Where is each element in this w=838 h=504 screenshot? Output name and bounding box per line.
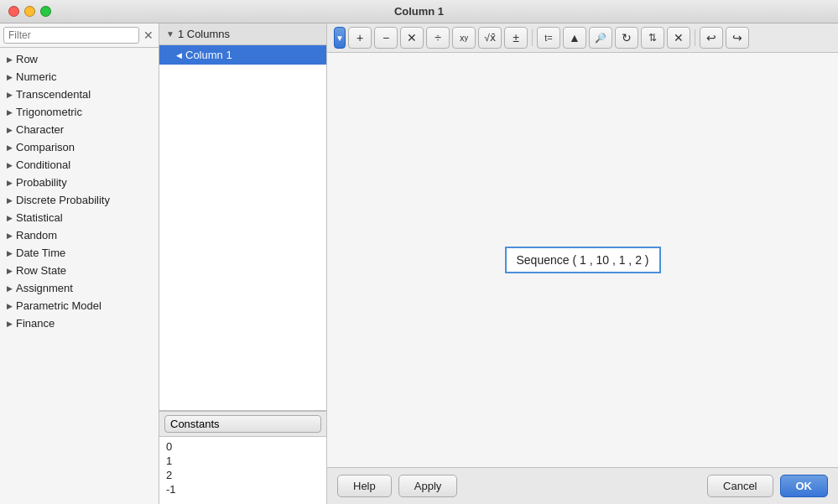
category-arrow: ▶ <box>7 267 13 275</box>
toolbar-dropdown-arrow[interactable]: ▼ <box>334 27 346 49</box>
category-arrow: ▶ <box>7 161 13 169</box>
category-label: Numeric <box>16 70 56 83</box>
refresh-button[interactable]: ↻ <box>615 27 638 49</box>
category-arrow: ▶ <box>7 302 13 310</box>
divide-button[interactable]: ÷ <box>426 27 450 49</box>
toolbar: ▼ + − ✕ ÷ xy √x̄ ± t= ▲ 🔎 ↻ ⇅ ✕ ↩ ↪ <box>327 23 838 53</box>
category-arrow: ▶ <box>7 320 13 328</box>
category-arrow: ▶ <box>7 179 13 187</box>
category-item[interactable]: ▶Row <box>0 50 159 68</box>
category-item[interactable]: ▶Row State <box>0 262 159 279</box>
category-label: Parametric Model <box>16 299 101 312</box>
add-button[interactable]: + <box>348 27 372 49</box>
category-item[interactable]: ▶Finance <box>0 314 159 332</box>
category-item[interactable]: ▶Discrete Probability <box>0 191 159 209</box>
toolbar-separator-2 <box>695 29 695 46</box>
power-button[interactable]: xy <box>452 27 476 49</box>
constants-section: Constants 012-1 <box>159 411 326 504</box>
category-list: ▶Row▶Numeric▶Transcendental▶Trigonometri… <box>0 48 159 504</box>
constants-list-item[interactable]: 0 <box>166 439 320 454</box>
close-button[interactable] <box>8 6 19 17</box>
plusminus-button[interactable]: ± <box>504 27 528 49</box>
filter-input[interactable] <box>3 27 139 44</box>
category-label: Random <box>16 229 57 242</box>
expression-canvas[interactable]: Sequence ( 1 , 10 , 1 , 2 ) <box>327 53 838 467</box>
category-item[interactable]: ▶Assignment <box>0 279 159 297</box>
category-arrow: ▶ <box>7 249 13 257</box>
category-arrow: ▶ <box>7 73 13 81</box>
clear-button[interactable]: ✕ <box>667 27 690 49</box>
apply-button[interactable]: Apply <box>398 475 458 497</box>
tequal-button[interactable]: t= <box>537 27 560 49</box>
category-label: Row <box>16 53 38 65</box>
category-item[interactable]: ▶Comparison <box>0 138 159 156</box>
category-label: Date Time <box>16 247 65 259</box>
category-arrow: ▶ <box>7 55 13 64</box>
category-label: Probability <box>16 176 67 189</box>
category-arrow: ▶ <box>7 108 13 117</box>
undo-button[interactable]: ↩ <box>700 27 723 49</box>
title-bar: Column 1 <box>0 0 838 23</box>
help-button[interactable]: Help <box>337 475 392 497</box>
subtract-button[interactable]: − <box>374 27 398 49</box>
up-button[interactable]: ▲ <box>563 27 586 49</box>
category-item[interactable]: ▶Character <box>0 121 159 138</box>
minimize-button[interactable] <box>24 6 35 17</box>
columns-header: ▼ 1 Columns <box>159 23 326 45</box>
bottom-bar: Help Apply Cancel OK <box>327 467 838 504</box>
constants-list: 012-1 <box>159 437 326 504</box>
sort-button[interactable]: ⇅ <box>641 27 664 49</box>
search-button[interactable]: 🔎 <box>589 27 612 49</box>
window-title: Column 1 <box>394 5 444 18</box>
category-item[interactable]: ▶Random <box>0 226 159 244</box>
constants-list-item[interactable]: 1 <box>166 454 320 468</box>
category-item[interactable]: ▶Probability <box>0 174 159 191</box>
category-label: Conditional <box>16 158 70 171</box>
category-label: Finance <box>16 317 55 330</box>
category-label: Character <box>16 123 64 136</box>
category-arrow: ▶ <box>7 126 13 134</box>
category-label: Transcendental <box>16 88 91 101</box>
category-arrow: ▶ <box>7 143 13 152</box>
left-panel: ✕ ▶Row▶Numeric▶Transcendental▶Trigonomet… <box>0 23 159 504</box>
category-item[interactable]: ▶Date Time <box>0 244 159 262</box>
category-label: Discrete Probability <box>16 194 110 206</box>
category-arrow: ▶ <box>7 196 13 205</box>
maximize-button[interactable] <box>40 6 51 17</box>
expression-box: Sequence ( 1 , 10 , 1 , 2 ) <box>505 247 661 273</box>
category-item[interactable]: ▶Parametric Model <box>0 297 159 314</box>
middle-panel: ▼ 1 Columns ◀ Column 1 Constants 012-1 <box>159 23 327 504</box>
category-arrow: ▶ <box>7 214 13 222</box>
category-arrow: ▶ <box>7 91 13 99</box>
column-tree-label: Column 1 <box>185 49 232 61</box>
constants-list-item[interactable]: 2 <box>166 468 320 482</box>
filter-bar: ✕ <box>0 23 159 48</box>
category-arrow: ▶ <box>7 231 13 240</box>
main-container: ✕ ▶Row▶Numeric▶Transcendental▶Trigonomet… <box>0 23 838 504</box>
right-panel: ▼ + − ✕ ÷ xy √x̄ ± t= ▲ 🔎 ↻ ⇅ ✕ ↩ ↪ Sequ… <box>327 23 838 504</box>
category-item[interactable]: ▶Transcendental <box>0 86 159 103</box>
category-item[interactable]: ▶Trigonometric <box>0 103 159 121</box>
sqrt-button[interactable]: √x̄ <box>478 27 502 49</box>
constants-list-item[interactable]: -1 <box>166 482 320 496</box>
expression-text: Sequence ( 1 , 10 , 1 , 2 ) <box>517 253 649 267</box>
category-item[interactable]: ▶Statistical <box>0 209 159 226</box>
category-label: Statistical <box>16 211 63 224</box>
category-item[interactable]: ▶Conditional <box>0 156 159 174</box>
column-tree-arrow: ◀ <box>176 51 182 60</box>
window-controls <box>8 6 51 17</box>
filter-clear-button[interactable]: ✕ <box>142 27 155 44</box>
ok-button[interactable]: OK <box>780 475 829 497</box>
category-label: Comparison <box>16 141 75 153</box>
multiply-button[interactable]: ✕ <box>400 27 424 49</box>
category-arrow: ▶ <box>7 284 13 293</box>
category-label: Assignment <box>16 282 73 294</box>
constants-select[interactable]: Constants <box>164 415 321 433</box>
column-tree-item[interactable]: ◀ Column 1 <box>159 45 326 65</box>
columns-collapse-icon[interactable]: ▼ <box>166 29 174 39</box>
redo-button[interactable]: ↪ <box>726 27 749 49</box>
constants-header: Constants <box>159 411 326 437</box>
category-label: Row State <box>16 264 66 277</box>
cancel-button[interactable]: Cancel <box>707 475 773 497</box>
category-item[interactable]: ▶Numeric <box>0 68 159 86</box>
